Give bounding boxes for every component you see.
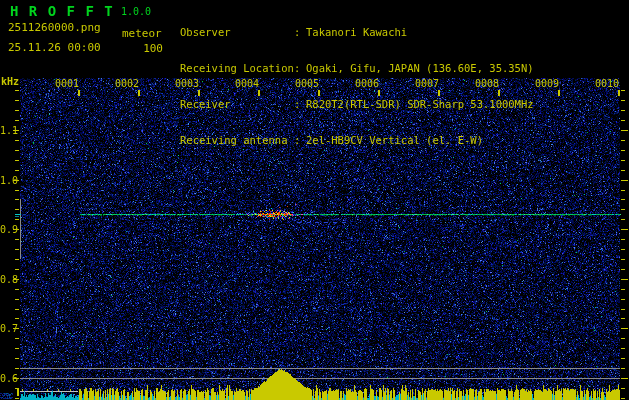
hrofft-window: H R O F F T 1.0.0 2511260000.png meteor … xyxy=(0,0,629,400)
freq-tick-label: 0.8 xyxy=(0,274,13,285)
info-label: Receiver xyxy=(180,98,294,110)
info-colon: : xyxy=(294,98,306,110)
freq-tick-label: 0.9 xyxy=(0,224,13,235)
app-title: H R O F F T xyxy=(10,3,114,19)
info-label: Receiving Location xyxy=(180,62,294,74)
freq-tick-label: 0.6 xyxy=(0,373,13,384)
freq-axis-unit-label: kHz xyxy=(1,76,19,87)
info-colon: : xyxy=(294,62,306,74)
info-row: Receiver : R820T2(RTL-SDR) SDR-Sharp 53.… xyxy=(180,98,534,110)
info-label: Observer xyxy=(180,26,294,38)
info-colon: : xyxy=(294,26,306,38)
output-filename: 2511260000.png xyxy=(8,21,101,34)
freq-tick-label: 0.7 xyxy=(0,323,13,334)
mode-label: meteor xyxy=(122,27,162,40)
freq-tick-label: 1.0 xyxy=(0,175,13,186)
info-value: Takanori Kawachi xyxy=(306,26,407,38)
time-tick-label: 0010 xyxy=(589,78,619,89)
info-value: 2el-HB9CV Vertical (el. E-W) xyxy=(306,134,483,146)
info-row: Receiving Location : Ogaki, Gifu, JAPAN … xyxy=(180,62,534,74)
info-value: R820T2(RTL-SDR) SDR-Sharp 53.1000MHz xyxy=(306,98,534,110)
info-value: Ogaki, Gifu, JAPAN (136.60E, 35.35N) xyxy=(306,62,534,74)
time-tick-label: 0006 xyxy=(349,78,379,89)
time-tick-label: 0008 xyxy=(469,78,499,89)
time-tick-label: 0007 xyxy=(409,78,439,89)
time-tick-label: 0001 xyxy=(49,78,79,89)
info-row: Receiving antenna : 2el-HB9CV Vertical (… xyxy=(180,134,534,146)
info-row: Observer : Takanori Kawachi xyxy=(180,26,534,38)
info-label: Receiving antenna xyxy=(180,134,294,146)
info-colon: : xyxy=(294,134,306,146)
time-tick-label: 0003 xyxy=(169,78,199,89)
time-tick-label: 0004 xyxy=(229,78,259,89)
time-tick-label: 0002 xyxy=(109,78,139,89)
app-version: 1.0.0 xyxy=(121,6,151,17)
time-tick-label: 0005 xyxy=(289,78,319,89)
date-time: 25.11.26 00:00 xyxy=(8,41,101,54)
gain-value: 100 xyxy=(123,42,163,55)
time-tick-label: 0009 xyxy=(529,78,559,89)
freq-tick-label: 1.1 xyxy=(0,125,13,136)
